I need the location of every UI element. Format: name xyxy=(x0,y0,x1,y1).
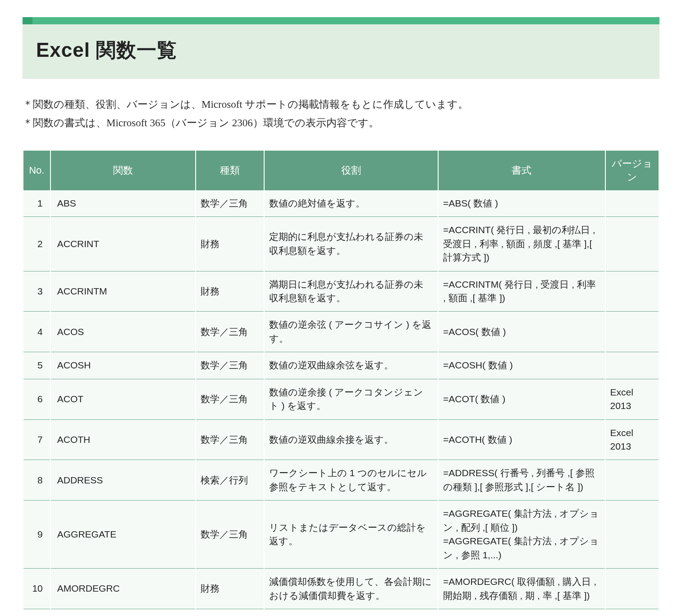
cell-role: 数値の逆双曲線余弦を返す。 xyxy=(265,352,438,379)
cell-category: 数学／三角 xyxy=(196,352,264,379)
cell-version xyxy=(606,501,659,569)
table-header-row: No. 関数 種類 役割 書式 バージョン xyxy=(23,151,659,190)
cell-version xyxy=(606,271,659,312)
col-header-function: 関数 xyxy=(51,151,195,190)
col-header-category: 種類 xyxy=(196,151,264,190)
cell-no: 3 xyxy=(23,271,50,312)
cell-formula: =ACOTH( 数値 ) xyxy=(439,420,604,460)
cell-role: リストまたはデータベースの総計を返す。 xyxy=(265,501,438,569)
col-header-formula: 書式 xyxy=(439,151,604,190)
cell-category: 数学／三角 xyxy=(196,312,264,352)
cell-version: Excel 2013 xyxy=(606,379,659,420)
cell-function: ADDRESS xyxy=(51,460,195,501)
cell-formula: =ACOS( 数値 ) xyxy=(439,312,604,352)
cell-role: ワークシート上の 1 つのセルにセル参照をテキストとして返す。 xyxy=(265,460,438,501)
col-header-version: バージョン xyxy=(606,151,659,190)
cell-category: 検索／行列 xyxy=(196,460,264,501)
table-row: 1ABS数学／三角数値の絶対値を返す。=ABS( 数値 ) xyxy=(23,190,659,217)
cell-formula: =AMORDEGRC( 取得価額 , 購入日 , 開始期 , 残存価額 , 期 … xyxy=(439,569,604,609)
table-row: 6ACOT数学／三角数値の逆余接 ( アークコタンジェント ) を返す。=ACO… xyxy=(23,379,659,420)
cell-no: 10 xyxy=(23,569,50,609)
cell-formula: =AGGREGATE( 集計方法 , オプション , 配列 ,[ 順位 ])=A… xyxy=(439,501,604,569)
table-row: 3ACCRINTM財務満期日に利息が支払われる証券の未収利息額を返す。=ACCR… xyxy=(23,271,659,312)
cell-category: 財務 xyxy=(196,271,264,312)
cell-no: 9 xyxy=(23,501,50,569)
cell-category: 数学／三角 xyxy=(196,420,264,460)
cell-no: 5 xyxy=(23,352,50,379)
cell-no: 2 xyxy=(23,217,50,271)
cell-function: ACOSH xyxy=(51,352,195,379)
note-line: ＊関数の種類、役割、バージョンは、Microsoft サポートの掲載情報をもとに… xyxy=(23,95,659,114)
cell-category: 数学／三角 xyxy=(196,501,264,569)
cell-formula: =ACCRINTM( 発行日 , 受渡日 , 利率 , 額面 ,[ 基準 ]) xyxy=(439,271,604,312)
cell-role: 数値の絶対値を返す。 xyxy=(265,190,438,217)
cell-no: 6 xyxy=(23,379,50,420)
cell-no: 7 xyxy=(23,420,50,460)
col-header-no: No. xyxy=(23,151,50,190)
cell-function: ACOS xyxy=(51,312,195,352)
cell-version xyxy=(606,460,659,501)
table-row: 10AMORDEGRC財務減価償却係数を使用して、各会計期における減価償却費を返… xyxy=(23,569,659,609)
cell-function: ACOTH xyxy=(51,420,195,460)
cell-formula: =ABS( 数値 ) xyxy=(439,190,604,217)
cell-role: 数値の逆余接 ( アークコタンジェント ) を返す。 xyxy=(265,379,438,420)
header-title-panel: Excel 関数一覧 xyxy=(23,24,659,79)
cell-no: 8 xyxy=(23,460,50,501)
cell-formula: =ACOSH( 数値 ) xyxy=(439,352,604,379)
cell-function: AMORDEGRC xyxy=(51,569,195,609)
cell-function: ACOT xyxy=(51,379,195,420)
table-row: 2ACCRINT財務定期的に利息が支払われる証券の未収利息額を返す。=ACCRI… xyxy=(23,217,659,271)
table-row: 7ACOTH数学／三角数値の逆双曲線余接を返す。=ACOTH( 数値 )Exce… xyxy=(23,420,659,460)
notes-block: ＊関数の種類、役割、バージョンは、Microsoft サポートの掲載情報をもとに… xyxy=(23,95,659,133)
cell-role: 満期日に利息が支払われる証券の未収利息額を返す。 xyxy=(265,271,438,312)
cell-version: Excel 2013 xyxy=(606,420,659,460)
cell-category: 財務 xyxy=(196,217,264,271)
cell-function: ACCRINT xyxy=(51,217,195,271)
note-line: ＊関数の書式は、Microsoft 365（バージョン 2306）環境での表示内… xyxy=(23,114,659,132)
header-accent-bar xyxy=(23,17,659,24)
table-row: 5ACOSH数学／三角数値の逆双曲線余弦を返す。=ACOSH( 数値 ) xyxy=(23,352,659,379)
col-header-role: 役割 xyxy=(265,151,438,190)
document-page: Excel 関数一覧 ＊関数の種類、役割、バージョンは、Microsoft サポ… xyxy=(0,0,682,616)
cell-category: 財務 xyxy=(196,569,264,609)
cell-no: 4 xyxy=(23,312,50,352)
cell-version xyxy=(606,352,659,379)
cell-role: 減価償却係数を使用して、各会計期における減価償却費を返す。 xyxy=(265,569,438,609)
table-row: 8ADDRESS検索／行列ワークシート上の 1 つのセルにセル参照をテキストとし… xyxy=(23,460,659,501)
cell-function: AGGREGATE xyxy=(51,501,195,569)
cell-function: ACCRINTM xyxy=(51,271,195,312)
cell-role: 定期的に利息が支払われる証券の未収利息額を返す。 xyxy=(265,217,438,271)
function-table: No. 関数 種類 役割 書式 バージョン 1ABS数学／三角数値の絶対値を返す… xyxy=(23,151,659,609)
table-body: 1ABS数学／三角数値の絶対値を返す。=ABS( 数値 )2ACCRINT財務定… xyxy=(23,190,659,609)
cell-version xyxy=(606,217,659,271)
cell-version xyxy=(606,190,659,217)
table-row: 4ACOS数学／三角数値の逆余弦 ( アークコサイン ) を返す。=ACOS( … xyxy=(23,312,659,352)
cell-version xyxy=(606,569,659,609)
table-row: 9AGGREGATE数学／三角リストまたはデータベースの総計を返す。=AGGRE… xyxy=(23,501,659,569)
cell-formula: =ADDRESS( 行番号 , 列番号 ,[ 参照の種類 ],[ 参照形式 ],… xyxy=(439,460,604,501)
cell-formula: =ACCRINT( 発行日 , 最初の利払日 , 受渡日 , 利率 , 額面 ,… xyxy=(439,217,604,271)
page-title: Excel 関数一覧 xyxy=(36,37,646,64)
cell-no: 1 xyxy=(23,190,50,217)
cell-function: ABS xyxy=(51,190,195,217)
cell-category: 数学／三角 xyxy=(196,190,264,217)
cell-category: 数学／三角 xyxy=(196,379,264,420)
cell-formula: =ACOT( 数値 ) xyxy=(439,379,604,420)
cell-role: 数値の逆余弦 ( アークコサイン ) を返す。 xyxy=(265,312,438,352)
cell-version xyxy=(606,312,659,352)
cell-role: 数値の逆双曲線余接を返す。 xyxy=(265,420,438,460)
